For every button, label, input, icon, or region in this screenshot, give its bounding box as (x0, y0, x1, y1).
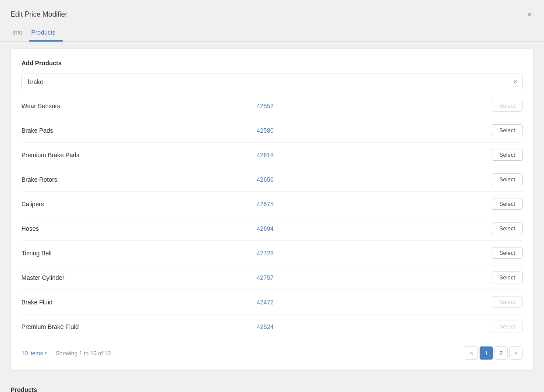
product-row: Premium Brake Pads42618Select (21, 143, 523, 167)
product-row: Brake Pads42580Select (21, 118, 523, 143)
add-products-card: Add Products × Wear Sensors42552SelectBr… (11, 49, 533, 371)
select-product-button[interactable]: Select (492, 222, 523, 234)
product-id: 42694 (257, 225, 492, 232)
product-row: Brake Fluid42472Select (21, 290, 523, 314)
select-product-button[interactable]: Select (492, 173, 523, 185)
card-title: Add Products (21, 60, 523, 67)
product-name: Brake Rotors (21, 176, 257, 183)
select-product-button[interactable]: Select (492, 124, 523, 136)
items-per-page-selector[interactable]: 10 items ▾ (21, 350, 47, 357)
product-name: Premium Brake Fluid (21, 323, 257, 330)
product-row: Calipers42675Select (21, 192, 523, 216)
tab-info[interactable]: Info (11, 25, 29, 42)
content-area: Add Products × Wear Sensors42552SelectBr… (0, 42, 544, 378)
product-name: Master Cylinder (21, 274, 257, 281)
items-per-page-label: 10 items (21, 350, 43, 357)
select-product-button: Select (492, 100, 523, 112)
select-product-button[interactable]: Select (492, 198, 523, 210)
footer-section: Products (0, 378, 544, 392)
product-name: Hoses (21, 225, 257, 232)
product-id: 42675 (257, 201, 492, 208)
product-name: Wear Sensors (21, 102, 257, 109)
product-id: 42524 (257, 323, 492, 330)
close-button[interactable]: × (525, 9, 533, 20)
showing-text: Showing 1 to 10 of 13 (56, 350, 111, 357)
modal: Edit Price Modifier × Info Products Add … (0, 0, 544, 392)
search-container: × (21, 74, 523, 90)
tabs-container: Info Products (0, 20, 544, 42)
search-clear-button[interactable]: × (513, 78, 517, 85)
product-list: Wear Sensors42552SelectBrake Pads42580Se… (21, 94, 523, 339)
product-id: 42552 (257, 102, 492, 109)
product-row: Wear Sensors42552Select (21, 94, 523, 118)
product-id: 42472 (257, 299, 492, 306)
product-row: Timing Belt42728Select (21, 241, 523, 265)
product-name: Premium Brake Pads (21, 152, 257, 159)
tab-products[interactable]: Products (29, 25, 62, 42)
showing-end: 10 (90, 350, 96, 357)
product-row: Premium Brake Fluid42524Select (21, 314, 523, 339)
product-row: Brake Rotors42656Select (21, 167, 523, 192)
next-page-button[interactable]: > (509, 346, 523, 360)
product-row: Master Cylinder42757Select (21, 265, 523, 290)
select-product-button[interactable]: Select (492, 272, 523, 283)
product-name: Timing Belt (21, 250, 257, 257)
prev-page-button[interactable]: < (465, 346, 478, 360)
items-per-page-chevron: ▾ (45, 351, 47, 355)
search-input[interactable] (21, 74, 523, 90)
product-id: 42757 (257, 274, 492, 281)
product-id: 42656 (257, 176, 492, 183)
select-product-button[interactable]: Select (492, 247, 523, 259)
modal-header: Edit Price Modifier × (0, 0, 544, 20)
product-id: 42728 (257, 250, 492, 257)
product-id: 42580 (257, 127, 492, 134)
product-id: 42618 (257, 152, 492, 159)
product-name: Brake Fluid (21, 299, 257, 306)
page-2-button[interactable]: 2 (495, 346, 508, 360)
product-row: Hoses42694Select (21, 216, 523, 241)
modal-title: Edit Price Modifier (11, 11, 67, 18)
product-name: Calipers (21, 201, 257, 208)
page-1-button[interactable]: 1 (480, 346, 493, 360)
select-product-button: Select (492, 296, 523, 308)
pagination-bar: 10 items ▾ Showing 1 to 10 of 13 < 1 2 > (21, 340, 523, 360)
select-product-button: Select (492, 321, 523, 332)
product-name: Brake Pads (21, 127, 257, 134)
showing-start: 1 (79, 350, 82, 357)
footer-title: Products (11, 386, 533, 392)
select-product-button[interactable]: Select (492, 149, 523, 161)
pagination-controls: < 1 2 > (465, 346, 523, 360)
